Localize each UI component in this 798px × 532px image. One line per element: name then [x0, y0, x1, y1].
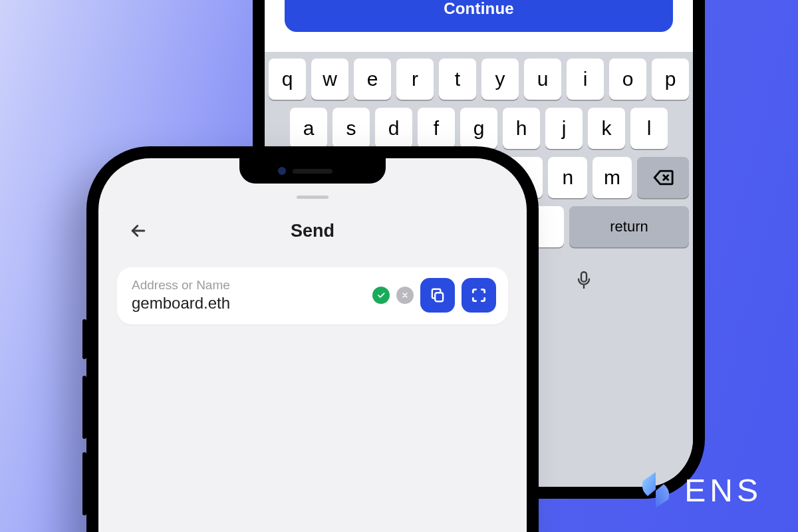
address-field-label: Address or Name	[132, 278, 366, 293]
continue-area: Continue	[265, 0, 693, 52]
scan-qr-button[interactable]	[462, 278, 496, 313]
address-input-card: Address or Name gemboard.eth	[117, 267, 508, 325]
key-backspace[interactable]	[637, 157, 689, 198]
keyboard-row-2: a s d f g h j k l	[269, 108, 689, 149]
back-button[interactable]	[124, 216, 153, 245]
key-i[interactable]: i	[567, 59, 604, 100]
key-p[interactable]: p	[652, 59, 689, 100]
side-button-volume-down	[82, 452, 86, 515]
key-k[interactable]: k	[588, 108, 625, 149]
paste-button[interactable]	[420, 278, 455, 313]
key-j[interactable]: j	[545, 108, 583, 149]
page-title: Send	[291, 221, 334, 241]
key-o[interactable]: o	[609, 59, 646, 100]
key-e[interactable]: e	[354, 59, 391, 100]
side-button-volume-up	[82, 376, 86, 439]
key-a[interactable]: a	[290, 108, 327, 149]
ens-logo: ENS	[639, 471, 762, 509]
keyboard-row-1: q w e r t y u i o p	[269, 59, 689, 100]
key-g[interactable]: g	[460, 108, 497, 149]
continue-button[interactable]: Continue	[285, 0, 673, 32]
clear-input-icon[interactable]	[396, 287, 414, 304]
key-n[interactable]: n	[548, 157, 587, 198]
key-q[interactable]: q	[269, 59, 306, 100]
phone-front-screen: Send Address or Name gemboard.eth	[98, 158, 527, 532]
key-t[interactable]: t	[439, 59, 476, 100]
key-d[interactable]: d	[375, 108, 412, 149]
svg-rect-4	[435, 293, 443, 301]
key-return[interactable]: return	[569, 206, 689, 247]
key-f[interactable]: f	[418, 108, 455, 149]
side-button-mute	[82, 319, 86, 359]
svg-rect-3	[581, 272, 587, 282]
key-h[interactable]: h	[503, 108, 540, 149]
address-field-value: gemboard.eth	[132, 294, 366, 313]
ens-wordmark: ENS	[684, 472, 762, 509]
key-y[interactable]: y	[481, 59, 519, 100]
ens-mark-icon	[639, 471, 672, 509]
key-r[interactable]: r	[396, 59, 434, 100]
key-u[interactable]: u	[524, 59, 561, 100]
key-w[interactable]: w	[311, 59, 348, 100]
phone-front-frame: Send Address or Name gemboard.eth	[86, 146, 539, 532]
dictation-icon[interactable]	[567, 263, 600, 297]
key-s[interactable]: s	[332, 108, 370, 149]
send-header: Send	[98, 158, 527, 251]
address-text-group[interactable]: Address or Name gemboard.eth	[132, 278, 366, 313]
key-m[interactable]: m	[593, 157, 632, 198]
valid-check-icon	[372, 287, 390, 304]
key-l[interactable]: l	[630, 108, 668, 149]
